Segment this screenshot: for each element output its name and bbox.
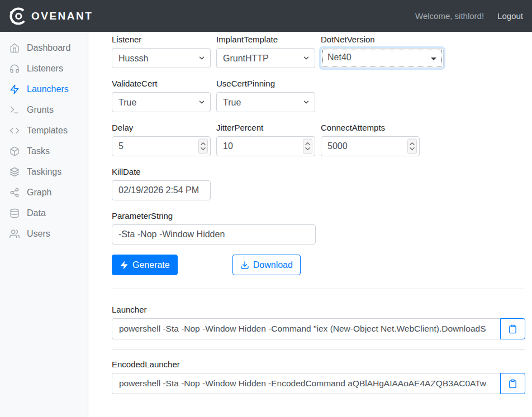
share-icon [10,188,20,198]
encoded-launcher-output-input[interactable] [112,373,500,394]
chevron-up-icon [305,142,310,146]
clipboard-icon [508,324,517,334]
generate-button[interactable]: Generate [112,255,178,275]
chevron-down-icon [305,147,310,151]
section-divider [112,289,525,289]
sidebar-item-label: Listeners [27,64,63,74]
brand-text: OVENANT [31,10,93,22]
sidebar-item-listeners[interactable]: Listeners [0,58,88,79]
connect-attempts-input[interactable] [321,136,420,156]
layers-icon [10,167,20,177]
parameter-string-label: ParameterString [112,211,316,221]
delay-label: Delay [112,123,211,132]
database-icon [10,208,20,218]
headphones-icon [10,64,20,74]
sidebar-item-label: Dashboard [27,43,70,53]
listener-select[interactable]: Husssh [112,48,211,68]
copy-launcher-button[interactable] [500,318,525,339]
sidebar-item-graph[interactable]: Graph [0,182,88,203]
download-button[interactable]: Download [232,255,301,275]
number-spinner[interactable] [303,139,312,154]
sidebar-item-users[interactable]: Users [0,223,88,244]
home-icon [10,43,20,53]
sidebar-item-label: Launchers [27,84,69,94]
jitter-percent-label: JitterPercent [216,123,315,132]
chevron-up-icon [410,142,415,146]
download-icon [240,261,249,270]
caret-down-icon [431,57,436,60]
implant-template-label: ImplantTemplate [216,35,315,44]
launcher-form: Listener Husssh ImplantTemplate GruntHTT… [88,32,532,417]
sidebar-item-label: Users [27,229,50,239]
sidebar-item-label: Data [27,208,46,218]
users-icon [10,229,20,239]
chevron-down-icon [410,147,415,151]
use-cert-pinning-select[interactable]: True [216,92,315,112]
package-icon [10,146,20,156]
download-button-label: Download [253,260,293,270]
validate-cert-label: ValidateCert [112,79,211,88]
number-spinner[interactable] [198,139,208,154]
terminal-icon [10,105,20,115]
sidebar-item-label: Graph [27,188,51,198]
chevron-up-icon [201,142,206,146]
dotnet-version-value: Net40 [327,52,352,62]
covenant-logo[interactable]: OVENANT [8,6,93,27]
copy-encoded-launcher-button[interactable] [500,373,525,394]
zap-icon [10,84,20,94]
jitter-percent-input[interactable] [216,136,315,156]
dotnet-version-label: DotNetVersion [321,35,444,44]
sidebar-item-label: Grunts [27,105,54,115]
delay-input[interactable] [112,136,211,156]
welcome-text: Welcome, sithlord! [415,11,484,21]
clipboard-icon [508,379,517,389]
encoded-launcher-output-label: EncodedLauncher [112,360,525,369]
sidebar-item-tasks[interactable]: Tasks [0,141,88,161]
zap-icon [120,261,129,270]
generate-button-label: Generate [132,260,170,270]
sidebar-item-data[interactable]: Data [0,203,88,223]
implant-template-select[interactable]: GruntHTTP [216,48,315,68]
dotnet-version-dropdown[interactable]: Net40 [321,48,444,68]
chevron-down-icon [201,147,206,151]
sidebar-item-label: Taskings [27,167,61,177]
launcher-output-input[interactable] [112,318,500,339]
sidebar: Dashboard Listeners Launchers Grunts Tem… [0,32,88,417]
top-navbar: OVENANT Welcome, sithlord! Logout [0,0,532,32]
number-spinner[interactable] [407,139,417,154]
sidebar-item-label: Templates [27,126,68,136]
sidebar-item-label: Tasks [27,146,50,156]
kill-date-label: KillDate [112,167,211,176]
sidebar-item-taskings[interactable]: Taskings [0,161,88,182]
connect-attempts-label: ConnectAttempts [321,123,420,132]
sidebar-item-dashboard[interactable]: Dashboard [0,37,88,58]
parameter-string-input[interactable] [112,224,316,245]
code-icon [10,126,20,136]
logout-link[interactable]: Logout [497,11,523,21]
sidebar-item-grunts[interactable]: Grunts [0,99,88,120]
covenant-c-icon [8,6,29,27]
kill-date-input[interactable] [112,180,211,200]
launcher-output-label: Launcher [112,305,525,314]
use-cert-pinning-label: UseCertPinning [216,79,315,88]
validate-cert-select[interactable]: True [112,92,211,112]
sidebar-item-templates[interactable]: Templates [0,120,88,141]
section-divider [112,349,525,350]
sidebar-item-launchers[interactable]: Launchers [0,79,88,99]
listener-label: Listener [112,35,211,44]
